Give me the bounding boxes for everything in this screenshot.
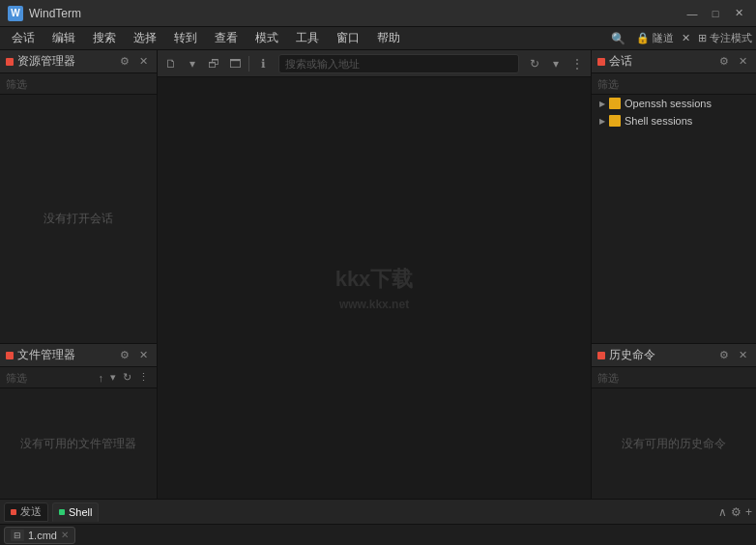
watermark: kkx下载 www.kkx.net bbox=[335, 265, 414, 311]
sessions-panel: 会话 ⚙ ✕ ▶ Openssh sessions ▶ Shell sessio… bbox=[592, 50, 756, 344]
history-filter-input[interactable] bbox=[597, 372, 750, 384]
resource-manager-title: 资源管理器 bbox=[17, 53, 113, 70]
menu-help[interactable]: 帮助 bbox=[369, 28, 408, 48]
subtab-cmd[interactable]: ⊟ 1.cmd ✕ bbox=[4, 527, 75, 544]
tunnel-item[interactable]: 🔒 隧道 bbox=[636, 31, 674, 45]
terminal-subtab-bar: ⊟ 1.cmd ✕ bbox=[0, 525, 756, 545]
file-manager-filter-input[interactable] bbox=[6, 372, 73, 384]
session-folder-shell bbox=[609, 115, 621, 127]
session-item-shell[interactable]: ▶ Shell sessions bbox=[592, 112, 756, 129]
resource-manager-settings-icon[interactable]: ⚙ bbox=[117, 54, 132, 69]
resource-manager-filter-input[interactable] bbox=[6, 78, 151, 90]
reload-icon[interactable]: ↻ bbox=[525, 54, 544, 73]
center-panel: 🗋 ▾ 🗗 🗖 ℹ ↻ ▾ ⋮ kkx下载 www.kkx.net bbox=[158, 50, 592, 499]
file-manager-title: 文件管理器 bbox=[17, 347, 113, 363]
address-bar bbox=[278, 54, 519, 73]
resource-manager-panel: 资源管理器 ⚙ ✕ 没有打开会话 bbox=[0, 50, 157, 344]
sessions-list: ▶ Openssh sessions ▶ Shell sessions bbox=[592, 95, 756, 343]
search-icon[interactable]: 🔍 bbox=[609, 29, 628, 48]
menu-edit[interactable]: 编辑 bbox=[44, 28, 83, 48]
sessions-title: 会话 bbox=[609, 53, 712, 70]
center-toolbar: 🗋 ▾ 🗗 🗖 ℹ ↻ ▾ ⋮ bbox=[158, 50, 591, 77]
session-label-openssh: Openssh sessions bbox=[625, 98, 748, 109]
menu-window[interactable]: 窗口 bbox=[329, 28, 367, 48]
history-panel: 历史命令 ⚙ ✕ 没有可用的历史命令 bbox=[592, 344, 756, 499]
sessions-settings-icon[interactable]: ⚙ bbox=[716, 54, 732, 69]
menu-select[interactable]: 选择 bbox=[126, 28, 164, 48]
left-panel: 资源管理器 ⚙ ✕ 没有打开会话 文件管理器 ⚙ ✕ bbox=[0, 50, 158, 499]
resource-manager-empty: 没有打开会话 bbox=[0, 95, 157, 343]
session-label-shell: Shell sessions bbox=[625, 115, 748, 127]
toolbar-dropdown-icon[interactable]: ▾ bbox=[183, 54, 202, 73]
right-panel: 会话 ⚙ ✕ ▶ Openssh sessions ▶ Shell sessio… bbox=[592, 50, 756, 499]
file-manager-indicator bbox=[6, 352, 14, 359]
toolbar-separator bbox=[248, 56, 249, 72]
tab-add-icon[interactable]: + bbox=[745, 505, 752, 519]
file-manager-close-icon[interactable]: ✕ bbox=[136, 348, 151, 362]
more-icon[interactable]: ⋮ bbox=[567, 54, 587, 73]
address-input[interactable] bbox=[285, 58, 512, 70]
history-header: 历史命令 ⚙ ✕ bbox=[592, 344, 756, 367]
terminal-tab-controls: ∧ ⚙ + bbox=[718, 505, 752, 519]
tab-settings-icon[interactable]: ⚙ bbox=[731, 505, 741, 519]
file-manager-settings-icon[interactable]: ⚙ bbox=[117, 348, 132, 362]
sessions-indicator bbox=[597, 58, 605, 66]
fm-up-icon[interactable]: ↑ bbox=[97, 371, 106, 385]
file-manager-panel: 文件管理器 ⚙ ✕ ↑ ▾ ↻ ⋮ 没有可用的文件管理器 bbox=[0, 344, 157, 499]
menu-tools[interactable]: 工具 bbox=[288, 28, 327, 48]
fm-more-icon[interactable]: ⋮ bbox=[136, 370, 151, 385]
resource-manager-header: 资源管理器 ⚙ ✕ bbox=[0, 50, 157, 73]
reload-dropdown-icon[interactable]: ▾ bbox=[546, 54, 566, 73]
history-settings-icon[interactable]: ⚙ bbox=[716, 348, 732, 362]
history-title: 历史命令 bbox=[609, 347, 712, 363]
maximize-button[interactable]: □ bbox=[706, 4, 725, 23]
app-title: WindTerm bbox=[29, 7, 683, 20]
menu-mode[interactable]: 模式 bbox=[247, 28, 286, 48]
app-icon: W bbox=[8, 6, 23, 21]
tab-send-indicator bbox=[11, 509, 16, 515]
tab-send[interactable]: 发送 bbox=[4, 502, 48, 522]
file-manager-toolbar: ↑ ▾ ↻ ⋮ bbox=[0, 367, 157, 388]
menu-bar: 会话 编辑 搜索 选择 转到 查看 模式 工具 窗口 帮助 🔍 🔒 隧道 ✕ ⊞… bbox=[0, 27, 756, 50]
x-close-icon[interactable]: ✕ bbox=[682, 32, 690, 44]
history-indicator bbox=[597, 352, 605, 359]
sessions-close-icon[interactable]: ✕ bbox=[736, 54, 750, 69]
subtab-cmd-close[interactable]: ✕ bbox=[61, 530, 69, 540]
file-manager-filter bbox=[6, 367, 94, 388]
title-bar: W WindTerm — □ ✕ bbox=[0, 0, 756, 27]
window-controls: — □ ✕ bbox=[683, 4, 748, 23]
subtab-cmd-icon: ⊟ bbox=[11, 530, 24, 541]
menu-search[interactable]: 搜索 bbox=[85, 28, 124, 48]
session-item-openssh[interactable]: ▶ Openssh sessions bbox=[592, 95, 756, 112]
history-close-icon[interactable]: ✕ bbox=[736, 348, 750, 362]
sessions-filter-input[interactable] bbox=[597, 78, 750, 90]
center-content: kkx下载 www.kkx.net bbox=[158, 77, 591, 499]
info-icon[interactable]: ℹ bbox=[253, 54, 273, 73]
sessions-header: 会话 ⚙ ✕ bbox=[592, 50, 756, 73]
new-pane-icon[interactable]: 🗖 bbox=[225, 54, 245, 73]
terminal-area: 发送 Shell ∧ ⚙ + ⊟ 1.cmd ✕ [12:46:27] 3 Po… bbox=[0, 499, 756, 545]
menu-view[interactable]: 查看 bbox=[207, 28, 246, 48]
session-arrow-shell: ▶ bbox=[599, 117, 605, 126]
new-window-icon[interactable]: 🗗 bbox=[204, 54, 223, 73]
file-manager-empty: 没有可用的文件管理器 bbox=[0, 388, 157, 499]
fm-refresh-icon[interactable]: ↻ bbox=[121, 370, 133, 385]
menu-goto[interactable]: 转到 bbox=[166, 28, 205, 48]
menu-session[interactable]: 会话 bbox=[4, 28, 43, 48]
tab-collapse-icon[interactable]: ∧ bbox=[718, 505, 727, 519]
menu-right-area: 🔍 🔒 隧道 ✕ ⊞ 专注模式 bbox=[609, 29, 752, 48]
resource-manager-close-icon[interactable]: ✕ bbox=[136, 54, 151, 69]
sessions-filter bbox=[592, 73, 756, 95]
history-filter bbox=[592, 367, 756, 388]
file-manager-header: 文件管理器 ⚙ ✕ bbox=[0, 344, 157, 367]
tab-shell-indicator bbox=[59, 509, 65, 515]
focus-mode-item[interactable]: ⊞ 专注模式 bbox=[698, 31, 752, 45]
minimize-button[interactable]: — bbox=[683, 4, 702, 23]
history-empty: 没有可用的历史命令 bbox=[592, 388, 756, 499]
tab-send-label: 发送 bbox=[20, 504, 42, 519]
fm-dropdown-icon[interactable]: ▾ bbox=[108, 370, 118, 385]
main-layout: 资源管理器 ⚙ ✕ 没有打开会话 文件管理器 ⚙ ✕ bbox=[0, 50, 756, 499]
close-button[interactable]: ✕ bbox=[729, 4, 748, 23]
tab-shell[interactable]: Shell bbox=[52, 502, 99, 522]
new-tab-icon[interactable]: 🗋 bbox=[161, 54, 181, 73]
